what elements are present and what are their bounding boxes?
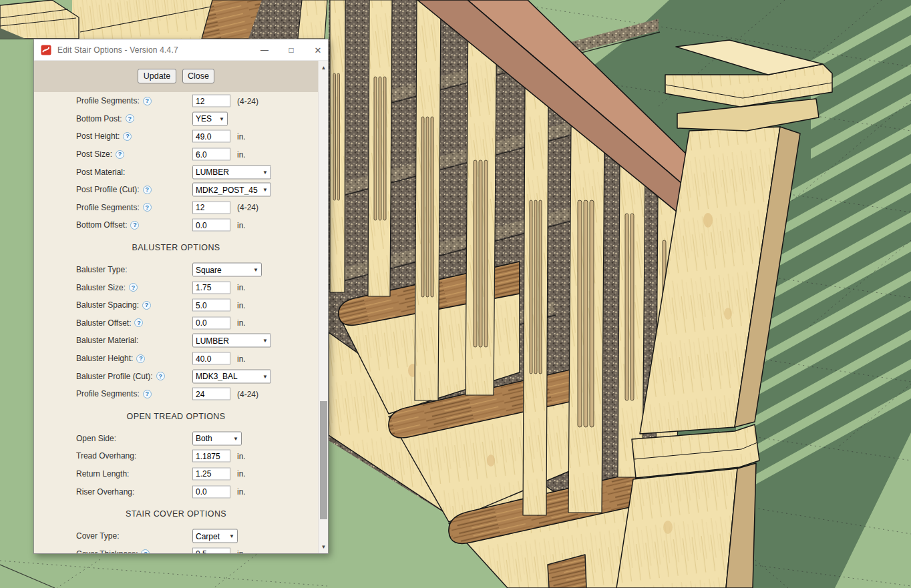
help-icon[interactable]: ? bbox=[143, 186, 152, 194]
field-select[interactable]: LUMBER▼ bbox=[192, 334, 271, 348]
field-label: Bottom Post: bbox=[76, 114, 122, 123]
field-label: Riser Overhang: bbox=[76, 487, 134, 497]
help-icon[interactable]: ? bbox=[143, 390, 152, 398]
help-icon[interactable]: ? bbox=[156, 372, 165, 380]
field-label: Baluster Spacing: bbox=[76, 300, 139, 310]
field-input[interactable]: 1.25 bbox=[192, 467, 230, 480]
help-icon[interactable]: ? bbox=[142, 301, 151, 310]
field-label: Bottom Offset: bbox=[76, 220, 127, 230]
help-icon[interactable]: ? bbox=[136, 354, 145, 363]
field-label: Cover Type: bbox=[76, 531, 119, 541]
unit-label: in. bbox=[237, 549, 246, 553]
field-input[interactable]: 12 bbox=[192, 95, 230, 107]
field-select[interactable]: YES▼ bbox=[192, 111, 228, 125]
field-row: Profile Segments:?12(4-24) bbox=[34, 92, 318, 110]
field-row: Cover Type:Carpet▼ bbox=[34, 527, 318, 545]
field-input[interactable]: 5.0 bbox=[192, 299, 230, 312]
maximize-button[interactable]: □ bbox=[287, 46, 296, 54]
upper-stair-strip bbox=[0, 0, 327, 39]
field-select[interactable]: MDK2_POST_45▼ bbox=[192, 183, 271, 197]
update-button[interactable]: Update bbox=[138, 69, 176, 83]
dialog-action-bar: Update Close bbox=[34, 61, 318, 92]
field-row: Baluster Type:Square▼ bbox=[34, 261, 318, 279]
field-label: Baluster Profile (Cut): bbox=[76, 372, 153, 381]
scroll-down-arrow-icon[interactable]: ▼ bbox=[319, 541, 329, 552]
field-row: Cover Thickness:?0.5in. bbox=[34, 545, 318, 553]
close-button[interactable]: Close bbox=[182, 69, 214, 83]
field-select[interactable]: Both▼ bbox=[192, 431, 242, 445]
dialog-titlebar[interactable]: Edit Stair Options - Version 4.4.7 — □ ✕ bbox=[34, 39, 328, 61]
edit-stair-options-dialog: Edit Stair Options - Version 4.4.7 — □ ✕… bbox=[33, 39, 329, 554]
baluster bbox=[523, 88, 548, 515]
help-icon[interactable]: ? bbox=[143, 203, 152, 212]
field-label: Baluster Size: bbox=[76, 283, 126, 292]
field-row: Baluster Spacing:?5.0in. bbox=[34, 296, 318, 314]
unit-label: in. bbox=[237, 300, 246, 310]
options-form: Profile Segments:?12(4-24)Bottom Post:?Y… bbox=[34, 92, 318, 553]
field-label: Baluster Material: bbox=[76, 336, 138, 345]
scrollbar[interactable]: ▲ ▼ bbox=[318, 61, 328, 553]
select-value: Carpet bbox=[196, 531, 226, 541]
field-label: Profile Segments: bbox=[76, 96, 140, 105]
section-heading: STAIR COVER OPTIONS bbox=[34, 501, 318, 527]
help-icon[interactable]: ? bbox=[143, 97, 152, 105]
help-icon[interactable]: ? bbox=[116, 150, 124, 159]
unit-label: (4-24) bbox=[237, 389, 258, 398]
scroll-up-arrow-icon[interactable]: ▲ bbox=[319, 62, 329, 73]
field-select[interactable]: LUMBER▼ bbox=[192, 165, 271, 179]
field-row: Bottom Offset:?0.0in. bbox=[34, 216, 318, 234]
field-label: Cover Thickness: bbox=[76, 549, 138, 553]
scrollbar-thumb[interactable] bbox=[320, 401, 327, 519]
help-icon[interactable]: ? bbox=[141, 549, 150, 553]
unit-label: in. bbox=[237, 469, 246, 479]
field-select[interactable]: Carpet▼ bbox=[192, 529, 238, 543]
chevron-down-icon: ▼ bbox=[253, 267, 258, 273]
field-input[interactable]: 1.75 bbox=[192, 281, 230, 294]
field-row: Riser Overhang:0.0in. bbox=[34, 483, 318, 501]
field-input[interactable]: 0.5 bbox=[192, 547, 230, 553]
dialog-title: Edit Stair Options - Version 4.4.7 bbox=[57, 45, 178, 55]
unit-label: in. bbox=[237, 150, 246, 159]
field-input[interactable]: 6.0 bbox=[192, 148, 230, 161]
field-row: Post Material:LUMBER▼ bbox=[34, 163, 318, 181]
field-select[interactable]: Square▼ bbox=[192, 263, 262, 277]
unit-label: in. bbox=[237, 318, 246, 328]
field-label: Profile Segments: bbox=[76, 389, 140, 398]
help-icon[interactable]: ? bbox=[130, 221, 139, 230]
unit-label: in. bbox=[237, 283, 246, 292]
field-input[interactable]: 0.0 bbox=[192, 485, 230, 498]
minimize-button[interactable]: — bbox=[260, 46, 269, 54]
select-value: YES bbox=[196, 114, 216, 123]
field-row: Profile Segments:?24(4-24) bbox=[34, 385, 318, 403]
field-label: Return Length: bbox=[76, 469, 129, 479]
chevron-down-icon: ▼ bbox=[262, 338, 268, 344]
field-input[interactable]: 40.0 bbox=[192, 352, 230, 365]
field-row: Post Height:?49.0in. bbox=[34, 127, 318, 145]
baluster bbox=[415, 0, 441, 400]
field-label: Post Size: bbox=[76, 150, 112, 159]
field-row: Baluster Offset:?0.0in. bbox=[34, 314, 318, 332]
close-window-button[interactable]: ✕ bbox=[313, 46, 323, 55]
field-input[interactable]: 1.1875 bbox=[192, 450, 230, 463]
unit-label: in. bbox=[237, 487, 246, 497]
unit-label: in. bbox=[237, 131, 246, 141]
select-value: LUMBER bbox=[196, 168, 260, 177]
field-row: Baluster Size:?1.75in. bbox=[34, 278, 318, 296]
help-icon[interactable]: ? bbox=[129, 283, 138, 292]
unit-label: (4-24) bbox=[237, 203, 258, 212]
field-input[interactable]: 0.0 bbox=[192, 219, 230, 232]
chevron-down-icon: ▼ bbox=[262, 187, 268, 193]
help-icon[interactable]: ? bbox=[126, 114, 134, 123]
field-input[interactable]: 49.0 bbox=[192, 130, 230, 143]
field-input[interactable]: 0.0 bbox=[192, 316, 230, 329]
field-input[interactable]: 24 bbox=[192, 388, 230, 400]
section-heading: OPEN TREAD OPTIONS bbox=[34, 403, 318, 430]
field-input[interactable]: 12 bbox=[192, 201, 230, 214]
field-select[interactable]: MDK3_BAL▼ bbox=[192, 369, 271, 383]
help-icon[interactable]: ? bbox=[134, 318, 143, 327]
help-icon[interactable]: ? bbox=[123, 132, 132, 141]
field-label: Post Profile (Cut): bbox=[76, 185, 140, 194]
unit-label: in. bbox=[237, 220, 246, 230]
field-label: Post Material: bbox=[76, 168, 125, 177]
post-base-front bbox=[616, 469, 737, 588]
